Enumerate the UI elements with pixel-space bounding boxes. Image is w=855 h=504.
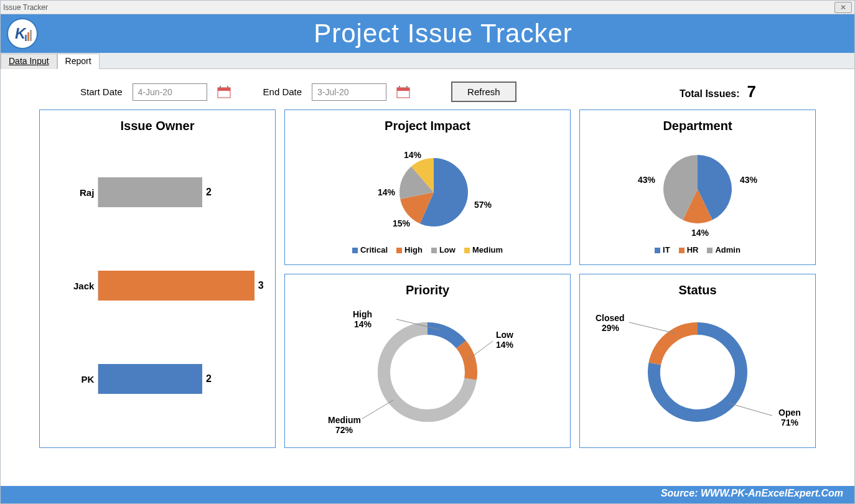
card-department: Department 43% 14% 43% IT HR Admin bbox=[579, 110, 816, 265]
content: Start Date End Date Refresh Total Issues… bbox=[1, 69, 854, 487]
card-priority: Priority High 14% Low 14% Me bbox=[284, 274, 571, 448]
svg-rect-2 bbox=[27, 32, 29, 41]
card-title: Issue Owner bbox=[121, 119, 195, 133]
svg-text:15%: 15% bbox=[393, 218, 411, 228]
svg-text:High: High bbox=[353, 309, 372, 319]
card-title: Status bbox=[678, 283, 716, 297]
svg-line-30 bbox=[729, 403, 772, 416]
svg-text:71%: 71% bbox=[781, 418, 799, 427]
calendar-icon[interactable] bbox=[217, 85, 231, 99]
logo-icon: K bbox=[7, 18, 38, 49]
card-project-impact: Project Impact 57% 15% 14% 14% Critical bbox=[284, 110, 571, 265]
card-title: Department bbox=[663, 119, 732, 133]
svg-text:57%: 57% bbox=[474, 200, 492, 210]
svg-text:14%: 14% bbox=[691, 228, 709, 238]
legend-impact: Critical High Low Medium bbox=[352, 245, 503, 259]
tab-report[interactable]: Report bbox=[57, 54, 100, 69]
svg-line-29 bbox=[629, 322, 676, 334]
app-window: Issue Tracker ✕ K Project Issue Tracker … bbox=[0, 0, 855, 504]
calendar-icon[interactable] bbox=[396, 85, 410, 99]
footer: Source: WWW.PK-AnExcelExpert.Com bbox=[1, 486, 854, 503]
bar-chart-owner: Raj 2 Jack 3 PK 2 bbox=[60, 139, 254, 426]
donut-status: Closed 29% Open 71% bbox=[586, 304, 810, 441]
card-issue-owner: Issue Owner Raj 2 Jack 3 PK 2 bbox=[39, 110, 276, 448]
pie-project-impact: 57% 15% 14% 14% bbox=[359, 139, 496, 239]
svg-rect-1 bbox=[25, 35, 27, 41]
total-value: 7 bbox=[747, 82, 756, 101]
svg-text:29%: 29% bbox=[602, 323, 620, 333]
card-title: Project Impact bbox=[385, 119, 470, 133]
svg-text:Medium: Medium bbox=[328, 415, 361, 425]
svg-text:14%: 14% bbox=[354, 319, 372, 329]
filter-row: Start Date End Date Refresh Total Issues… bbox=[12, 74, 843, 110]
svg-text:43%: 43% bbox=[740, 175, 758, 185]
svg-text:14%: 14% bbox=[496, 340, 514, 350]
svg-text:14%: 14% bbox=[404, 150, 422, 160]
svg-rect-11 bbox=[406, 86, 408, 88]
svg-text:72%: 72% bbox=[335, 425, 353, 435]
svg-rect-6 bbox=[220, 86, 221, 88]
chart-grid: Project Impact 57% 15% 14% 14% Critical bbox=[12, 110, 843, 448]
close-button[interactable]: ✕ bbox=[834, 2, 852, 13]
card-status: Status Closed 29% Open 71% bbox=[579, 274, 816, 448]
refresh-button[interactable]: Refresh bbox=[451, 82, 516, 102]
svg-rect-10 bbox=[399, 86, 400, 88]
svg-text:14%: 14% bbox=[378, 187, 396, 197]
donut-priority: High 14% Low 14% Medium 72% bbox=[315, 304, 540, 441]
legend-dept: IT HR Admin bbox=[655, 245, 741, 259]
total-issues: Total Issues: 7 bbox=[680, 82, 756, 101]
start-date-label: Start Date bbox=[80, 86, 123, 97]
svg-line-22 bbox=[362, 400, 393, 419]
page-title: Project Issue Tracker bbox=[38, 19, 848, 49]
card-title: Priority bbox=[406, 283, 449, 297]
titlebar: Issue Tracker ✕ bbox=[1, 1, 854, 14]
total-label: Total Issues: bbox=[680, 88, 740, 100]
svg-text:Open: Open bbox=[778, 408, 801, 418]
svg-rect-3 bbox=[30, 30, 32, 41]
start-date-input[interactable] bbox=[133, 83, 207, 101]
end-date-input[interactable] bbox=[312, 83, 386, 101]
svg-text:Closed: Closed bbox=[596, 313, 625, 323]
svg-text:Low: Low bbox=[496, 330, 513, 340]
tab-data-input[interactable]: Data Input bbox=[1, 54, 57, 69]
end-date-label: End Date bbox=[263, 86, 302, 97]
banner: K Project Issue Tracker bbox=[1, 14, 854, 53]
svg-rect-7 bbox=[227, 86, 228, 88]
window-title: Issue Tracker bbox=[3, 3, 48, 12]
pie-department: 43% 14% 43% bbox=[629, 139, 766, 239]
tabs: Data Input Report bbox=[1, 53, 854, 69]
svg-text:43%: 43% bbox=[638, 175, 656, 185]
